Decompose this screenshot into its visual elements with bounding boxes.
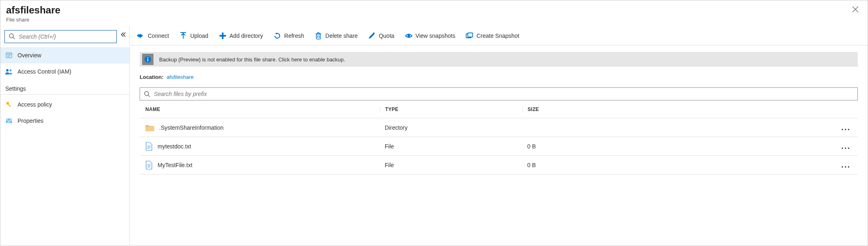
svg-line-3 <box>13 37 15 39</box>
svg-rect-22 <box>219 35 226 37</box>
table-row[interactable]: mytestdoc.txt File 0 B ... <box>140 137 858 156</box>
file-name: mytestdoc.txt <box>158 143 191 150</box>
svg-rect-33 <box>468 33 473 37</box>
info-badge <box>142 54 153 65</box>
collapse-sidebar-button[interactable] <box>121 32 126 37</box>
row-menu-button[interactable]: ... <box>841 142 858 151</box>
sidebar-item-label: Access policy <box>18 101 52 108</box>
plus-icon <box>219 32 226 39</box>
file-type: Directory <box>380 124 522 131</box>
svg-point-9 <box>10 70 12 72</box>
backup-info-banner[interactable]: Backup (Preview) is not enabled for this… <box>140 52 858 67</box>
svg-line-38 <box>148 95 150 97</box>
table-row[interactable]: .SystemShareInformation Directory ... <box>140 118 858 137</box>
svg-point-18 <box>10 121 11 122</box>
main-content: Connect Upload Add directory <box>130 26 868 246</box>
content-area: Backup (Preview) is not enabled for this… <box>130 46 868 174</box>
file-table: Name Type Size .SystemShareInformation D… <box>140 100 858 174</box>
close-button[interactable] <box>849 4 862 14</box>
overview-icon <box>5 52 13 59</box>
pencil-icon <box>368 32 375 39</box>
folder-icon <box>145 124 154 131</box>
file-name: MyTestFile.txt <box>158 162 193 168</box>
sidebar-item-overview[interactable]: Overview <box>0 47 129 63</box>
sidebar-item-label: Overview <box>18 52 41 59</box>
sidebar-item-access-policy[interactable]: Access policy <box>0 96 129 113</box>
sidebar-item-label: Access Control (IAM) <box>18 68 71 75</box>
refresh-button[interactable]: Refresh <box>274 32 304 39</box>
sidebar-item-label: Properties <box>18 118 44 124</box>
location-label: Location: <box>140 74 164 80</box>
file-name: .SystemShareInformation <box>159 124 224 131</box>
location-link[interactable]: afsfileshare <box>167 74 193 80</box>
col-name[interactable]: Name <box>140 107 380 112</box>
refresh-icon <box>274 32 281 39</box>
svg-point-37 <box>145 91 149 96</box>
svg-rect-36 <box>147 59 148 61</box>
file-icon <box>145 142 153 151</box>
info-icon <box>144 56 151 63</box>
properties-icon <box>5 117 13 124</box>
connect-button[interactable]: Connect <box>137 32 169 39</box>
file-type: File <box>380 162 522 168</box>
search-icon <box>9 33 15 39</box>
col-type[interactable]: Type <box>380 107 522 112</box>
table-row[interactable]: MyTestFile.txt File 0 B ... <box>140 156 858 174</box>
file-size: 0 B <box>522 143 596 150</box>
file-search-wrap <box>140 87 858 100</box>
iam-icon <box>5 68 13 75</box>
sidebar: Overview Access Control (IAM) Settings <box>0 26 130 246</box>
svg-point-35 <box>147 57 149 59</box>
eye-icon <box>405 32 412 39</box>
search-icon <box>144 91 150 97</box>
page-subtitle: File share <box>6 17 60 23</box>
row-menu-button[interactable]: ... <box>841 123 858 132</box>
sidebar-item-access-control[interactable]: Access Control (IAM) <box>0 63 129 80</box>
page-title: afsfileshare <box>6 4 60 16</box>
sidebar-section-settings: Settings <box>0 80 129 95</box>
svg-point-2 <box>9 34 13 38</box>
banner-text: Backup (Preview) is not enabled for this… <box>159 57 345 63</box>
close-icon <box>852 6 859 13</box>
blade-header: afsfileshare File share <box>0 0 868 26</box>
row-menu-button[interactable]: ... <box>841 160 858 170</box>
svg-point-31 <box>408 35 410 37</box>
svg-rect-23 <box>316 34 320 39</box>
create-snapshot-button[interactable]: Create Snapshot <box>466 32 519 39</box>
table-header-row: Name Type Size <box>140 100 858 118</box>
location-row: Location: afsfileshare <box>140 74 858 80</box>
file-type: File <box>380 143 522 150</box>
key-icon <box>5 101 13 108</box>
toolbar: Connect Upload Add directory <box>130 26 868 46</box>
file-size: 0 B <box>522 162 596 168</box>
svg-point-17 <box>8 119 9 120</box>
svg-point-8 <box>6 69 9 72</box>
chevron-double-left-icon <box>121 32 126 37</box>
sidebar-item-properties[interactable]: Properties <box>0 113 129 129</box>
trash-icon <box>315 32 322 39</box>
connect-icon <box>137 32 145 39</box>
view-snapshots-button[interactable]: View snapshots <box>405 32 456 39</box>
file-search-input[interactable] <box>140 87 858 100</box>
sidebar-search-input[interactable] <box>4 30 117 43</box>
file-icon <box>145 161 153 170</box>
blade-body: Overview Access Control (IAM) Settings <box>0 26 868 246</box>
svg-point-16 <box>6 121 7 122</box>
snapshot-icon <box>466 32 473 39</box>
upload-button[interactable]: Upload <box>180 32 208 39</box>
col-size[interactable]: Size <box>522 107 596 112</box>
upload-icon <box>180 32 187 39</box>
quota-button[interactable]: Quota <box>368 32 394 39</box>
sidebar-search-wrap <box>0 28 129 47</box>
delete-share-button[interactable]: Delete share <box>315 32 357 39</box>
file-share-blade: afsfileshare File share <box>0 0 868 246</box>
add-directory-button[interactable]: Add directory <box>219 32 263 39</box>
